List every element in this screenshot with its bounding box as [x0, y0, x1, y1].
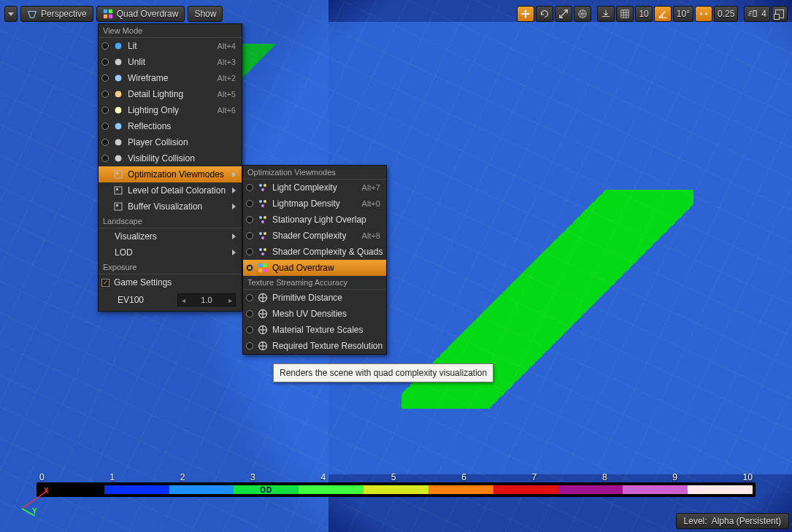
- transform-select-button[interactable]: [517, 6, 534, 22]
- legend-number: 5: [391, 472, 396, 482]
- perspective-button[interactable]: Perspective: [20, 6, 93, 22]
- svg-rect-18: [116, 204, 118, 207]
- svg-rect-2: [104, 15, 107, 18]
- landscape-item[interactable]: LOD: [99, 244, 242, 261]
- maximize-viewport-button[interactable]: [772, 6, 788, 22]
- viewmode-item[interactable]: Reflections: [99, 118, 242, 134]
- legend-number: 7: [532, 472, 537, 482]
- submenu-icon: [113, 185, 123, 196]
- shortcut-label: Alt+4: [218, 42, 236, 50]
- coord-space-button[interactable]: [574, 6, 591, 22]
- scale-snap-value[interactable]: 0.25: [714, 6, 738, 22]
- viewmode-item[interactable]: Lighting OnlyAlt+6: [99, 102, 242, 118]
- svg-point-6: [115, 58, 122, 66]
- svg-point-8: [115, 90, 122, 98]
- optimization-submenu[interactable]: Optimization Viewmodes Light ComplexityA…: [242, 165, 387, 355]
- game-settings-check[interactable]: Game Settings: [99, 274, 242, 290]
- menu-item-label: Wireframe: [128, 73, 203, 83]
- menu-item-label: Lighting Only: [128, 105, 203, 115]
- viewmode-menu[interactable]: View Mode LitAlt+4UnlitAlt+3WireframeAlt…: [98, 23, 242, 312]
- radio-icon: [101, 74, 109, 82]
- viewmode-button[interactable]: Quad Overdraw: [96, 6, 185, 22]
- optimization-item[interactable]: Lightmap DensityAlt+0: [243, 196, 386, 212]
- transform-rotate-button[interactable]: [536, 6, 553, 22]
- chevron-right-icon: [232, 188, 236, 193]
- viewmode-item[interactable]: LitAlt+4: [99, 38, 242, 54]
- legend-swatch: [364, 485, 428, 494]
- chevron-right-icon: [232, 204, 236, 209]
- maximize-icon: [775, 9, 784, 18]
- legend-number: 8: [602, 472, 607, 482]
- ev100-input[interactable]: [188, 296, 225, 304]
- transform-scale-button[interactable]: [555, 6, 572, 22]
- texstream-item[interactable]: Mesh UV Densities: [243, 306, 386, 322]
- radio-icon: [101, 155, 109, 162]
- angle-snap-toggle[interactable]: [654, 6, 672, 22]
- radio-icon: [246, 294, 253, 301]
- radio-icon: [246, 264, 253, 271]
- legend-number: 4: [320, 472, 326, 482]
- radio-icon: [101, 42, 109, 50]
- menu-item-label: Lightmap Density: [272, 198, 347, 209]
- viewmode-item[interactable]: WireframeAlt+2: [99, 70, 242, 86]
- chevron-right-icon: [232, 171, 236, 177]
- show-button[interactable]: Show: [188, 6, 223, 22]
- quad-overdraw-icon: [103, 9, 113, 19]
- radio-icon: [246, 184, 253, 191]
- perspective-label: Perspective: [41, 9, 87, 19]
- camera-speed-icon: [747, 9, 758, 19]
- viewmode-item[interactable]: Visibility Collision: [99, 150, 242, 166]
- grid-snap-value[interactable]: 10: [635, 6, 652, 22]
- angle-snap-value[interactable]: 10°: [673, 6, 693, 22]
- angle-icon: [658, 9, 668, 19]
- shortcut-label: Alt+5: [218, 90, 236, 99]
- svg-point-20: [264, 184, 266, 187]
- optimization-item[interactable]: Stationary Light Overlap: [243, 212, 386, 228]
- shortcut-label: Alt+8: [362, 231, 380, 240]
- optimization-item[interactable]: Light ComplexityAlt+7: [243, 180, 386, 196]
- svg-point-24: [261, 204, 264, 207]
- legend-swatch: [688, 485, 753, 494]
- viewmode-submenu-item[interactable]: Level of Detail Coloration: [99, 182, 242, 198]
- radio-icon: [101, 58, 109, 66]
- viewmode-item[interactable]: Detail LightingAlt+5: [99, 86, 242, 102]
- perspective-icon: [27, 9, 37, 19]
- svg-point-29: [264, 232, 266, 235]
- shortcut-label: Alt+3: [218, 58, 236, 66]
- camera-speed-button[interactable]: 4: [744, 6, 770, 22]
- ev100-spinner[interactable]: ◂ ▸: [177, 293, 236, 307]
- viewport-options-dropdown[interactable]: [4, 6, 18, 22]
- svg-line-50: [22, 491, 47, 509]
- svg-point-10: [115, 123, 122, 130]
- level-status[interactable]: Level: Alpha (Persistent): [676, 513, 789, 529]
- optimization-item[interactable]: Shader Complexity & Quads: [243, 244, 386, 260]
- viewmode-item[interactable]: UnlitAlt+3: [99, 54, 242, 70]
- radio-icon: [101, 107, 109, 114]
- radio-icon: [246, 200, 253, 207]
- svg-point-32: [264, 248, 266, 251]
- legend-number: 3: [250, 472, 255, 482]
- surface-snap-button[interactable]: [597, 6, 615, 22]
- grid-snap-toggle[interactable]: [616, 6, 634, 22]
- texstream-item[interactable]: Material Texture Scales: [243, 322, 386, 338]
- svg-point-30: [261, 236, 264, 239]
- menu-item-label: Player Collision: [128, 137, 236, 147]
- viewmode-item[interactable]: Player Collision: [99, 134, 242, 150]
- optimization-item[interactable]: Quad Overdraw: [243, 260, 386, 276]
- menu-item-label: Level of Detail Coloration: [128, 185, 228, 196]
- radio-icon: [101, 123, 109, 130]
- checkbox-icon: [101, 279, 109, 287]
- texstream-item[interactable]: Required Texture Resolution: [243, 338, 386, 354]
- legend-swatch: OD: [234, 485, 299, 494]
- optimization-item[interactable]: Shader ComplexityAlt+8: [243, 228, 386, 244]
- viewmode-submenu-item[interactable]: Buffer Visualization: [99, 198, 242, 215]
- scale-snap-toggle[interactable]: [695, 6, 712, 22]
- viewmode-submenu-item[interactable]: Optimization Viewmodes: [99, 166, 242, 182]
- svg-point-12: [115, 155, 122, 162]
- svg-point-33: [261, 252, 264, 255]
- texstream-item[interactable]: Primitive Distance: [243, 290, 386, 306]
- landscape-item[interactable]: Visualizers: [99, 228, 242, 244]
- ev100-row: EV100 ◂ ▸: [99, 290, 242, 311]
- submenu-header-tex: Texture Streaming Accuracy: [243, 276, 386, 290]
- radio-icon: [246, 232, 253, 239]
